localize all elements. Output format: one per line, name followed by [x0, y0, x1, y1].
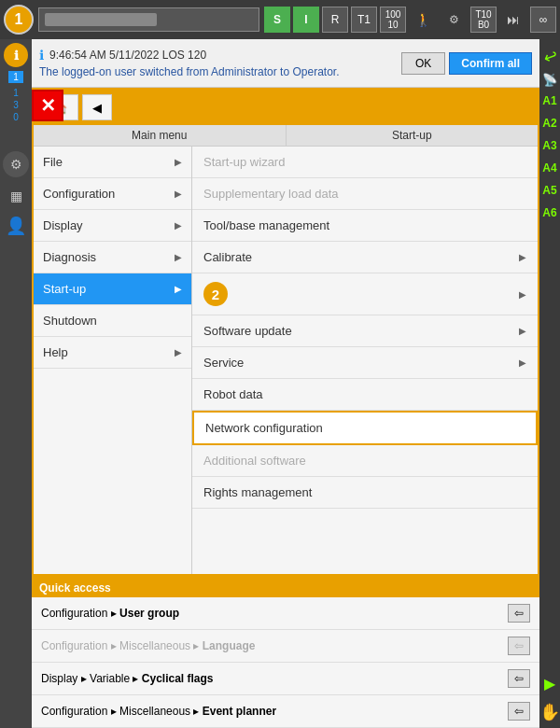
- menu-item-startup[interactable]: Start-up ▶: [34, 273, 191, 305]
- btn-t10[interactable]: T10 B0: [470, 7, 497, 33]
- submenu-item-robot-data[interactable]: Robot data: [192, 379, 538, 411]
- menu-item-diagnosis[interactable]: Diagnosis ▶: [34, 242, 191, 273]
- submenu-item-software-update[interactable]: Software update ▶: [192, 315, 538, 347]
- arrow-icon: ▶: [519, 357, 526, 368]
- hand-icon[interactable]: ✋: [539, 702, 560, 722]
- menu-item-configuration[interactable]: Configuration ▶: [34, 178, 191, 210]
- panel-label-a3[interactable]: A3: [542, 139, 556, 152]
- close-button[interactable]: ✕: [32, 90, 63, 121]
- tool-icon: ⚙: [440, 6, 468, 34]
- gear-icon[interactable]: ⚙: [3, 151, 29, 177]
- menu-item-help[interactable]: Help ▶: [34, 337, 191, 369]
- btn-r[interactable]: R: [322, 7, 348, 33]
- quick-access-item-2[interactable]: Display ▸ Variable ▸ Cyclical flags ⇦: [32, 663, 539, 695]
- btn-infinity[interactable]: ∞: [530, 7, 556, 33]
- satellite-icon[interactable]: 📡: [542, 73, 557, 87]
- menu-item-display[interactable]: Display ▶: [34, 210, 191, 242]
- quick-access-label-2: Display ▸ Variable ▸ Cyclical flags: [41, 672, 214, 685]
- panel-label-a5[interactable]: A5: [542, 184, 556, 197]
- quick-access-item-0[interactable]: Configuration ▸ User group ⇦: [32, 597, 539, 630]
- info-message: The logged-on user switched from Adminis…: [39, 65, 401, 78]
- arrow-icon: ▶: [175, 252, 182, 262]
- menu-item-shutdown[interactable]: Shutdown: [34, 305, 191, 337]
- confirm-all-button[interactable]: Confirm all: [449, 52, 532, 75]
- menu-item-file[interactable]: File ▶: [34, 147, 191, 178]
- info-buttons: OK Confirm all: [401, 52, 532, 75]
- right-side-panel: ↩ 📡 A1 A2 A3 A4 A5 A6 ▶ ✋: [539, 39, 560, 728]
- info-icon: ℹ: [39, 48, 44, 63]
- left-counter-1: 1: [8, 71, 23, 83]
- info-bar: ℹ 9:46:54 AM 5/11/2022 LOS 120 The logge…: [32, 39, 539, 88]
- top-toolbar: 1 S I R T1 100 10 🚶 ⚙ T10 B0 ⏭ ∞: [0, 0, 560, 39]
- submenu-item-supplementary: Supplementary load data: [192, 178, 538, 210]
- quick-nav-btn-0[interactable]: ⇦: [508, 604, 530, 623]
- right-menu-col: Start-up wizard Supplementary load data …: [192, 147, 538, 574]
- panel-label-a1[interactable]: A1: [542, 94, 556, 107]
- quick-access-label-3: Configuration ▸ Miscellaneous ▸ Event pl…: [41, 705, 276, 718]
- column-headers: Main menu Start-up: [34, 125, 538, 147]
- panel-label-a2[interactable]: A2: [542, 117, 556, 130]
- btn-s[interactable]: S: [264, 7, 290, 33]
- badge-2: 2: [203, 282, 228, 306]
- arrow-icon: ▶: [519, 252, 526, 262]
- info-time-text: 9:46:54 AM 5/11/2022 LOS 120: [49, 49, 206, 62]
- arrow-icon: ▶: [519, 289, 526, 300]
- submenu-item-additional-software: Additional software: [192, 445, 538, 477]
- submenu-item-calibrate[interactable]: Calibrate ▶: [192, 242, 538, 273]
- menu-header: 🏠 ◀: [34, 90, 538, 125]
- ok-button[interactable]: OK: [401, 52, 445, 75]
- screen-icon[interactable]: ▦: [3, 183, 29, 209]
- left-numbers: 1 3 0: [13, 87, 19, 123]
- left-col-header: Main menu: [34, 125, 287, 146]
- quick-nav-btn-2[interactable]: ⇦: [508, 669, 530, 688]
- panel-label-a4[interactable]: A4: [542, 161, 556, 175]
- btn-t1[interactable]: T1: [351, 7, 377, 33]
- walk-icon: 🚶: [409, 6, 437, 34]
- badge-1: 1: [4, 5, 34, 35]
- main-content: 🏠 ◀ Main menu Start-up File ▶ Configurat…: [32, 39, 539, 728]
- panel-label-a6[interactable]: A6: [542, 206, 556, 219]
- menu-rows: File ▶ Configuration ▶ Display ▶ Diagnos…: [34, 147, 538, 574]
- submenu-item-rights-management[interactable]: Rights management: [192, 477, 538, 509]
- submenu-item-tool-base[interactable]: Tool/base management: [192, 210, 538, 242]
- main-menu-container: 🏠 ◀ Main menu Start-up File ▶ Configurat…: [32, 88, 539, 576]
- person-icon[interactable]: 👤: [3, 213, 29, 239]
- submenu-item-network-config[interactable]: Network configuration 3: [192, 411, 538, 445]
- back-button[interactable]: ◀: [82, 94, 112, 120]
- arrow-icon: ▶: [175, 347, 182, 357]
- arrow-icon: ▶: [519, 326, 526, 336]
- submenu-item-startup-wizard: Start-up wizard: [192, 147, 538, 178]
- btn-speed[interactable]: 100 10: [380, 7, 406, 33]
- quick-nav-btn-3[interactable]: ⇦: [508, 702, 530, 721]
- btn-i[interactable]: I: [293, 7, 319, 33]
- curved-arrow-icon[interactable]: ↩: [539, 45, 560, 69]
- quick-nav-btn-1: ⇦: [508, 637, 530, 655]
- quick-access-item-1: Configuration ▸ Miscellaneous ▸ Language…: [32, 630, 539, 663]
- quick-access-label-0: Configuration ▸ User group: [41, 607, 179, 620]
- quick-access-label-1: Configuration ▸ Miscellaneous ▸ Language: [41, 639, 255, 652]
- right-arrow-icon[interactable]: ▶: [544, 675, 555, 693]
- quick-access-header: Quick access: [32, 579, 539, 597]
- arrow-icon: ▶: [175, 220, 182, 231]
- quick-access-item-3[interactable]: Configuration ▸ Miscellaneous ▸ Event pl…: [32, 695, 539, 728]
- right-col-header: Start-up: [287, 125, 539, 146]
- skip-icon[interactable]: ⏭: [499, 6, 527, 34]
- arrow-icon: ▶: [175, 157, 182, 167]
- quick-access: Quick access Configuration ▸ User group …: [32, 576, 539, 728]
- arrow-icon: ▶: [175, 284, 182, 294]
- info-time-row: ℹ 9:46:54 AM 5/11/2022 LOS 120: [39, 48, 401, 63]
- submenu-item-service[interactable]: Service ▶: [192, 347, 538, 379]
- info-content: ℹ 9:46:54 AM 5/11/2022 LOS 120 The logge…: [39, 48, 401, 78]
- arrow-icon: ▶: [175, 189, 182, 199]
- left-menu-col: File ▶ Configuration ▶ Display ▶ Diagnos…: [34, 147, 192, 574]
- left-side-panel: ℹ 1 1 3 0 ⚙ ▦ 👤: [0, 39, 32, 728]
- left-panel-icon1[interactable]: ℹ: [4, 43, 28, 67]
- submenu-item-badge2[interactable]: 2 ▶: [192, 273, 538, 315]
